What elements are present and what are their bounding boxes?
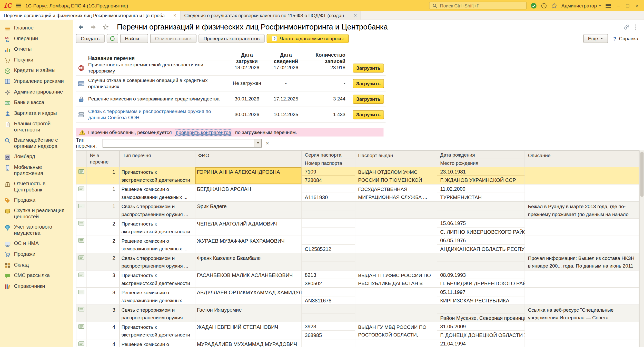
maximize-button[interactable]: □ xyxy=(625,3,630,8)
list-name[interactable]: Решение комиссии о замораживании средств… xyxy=(86,95,228,103)
record-card-icon xyxy=(78,255,84,260)
sidebar-item[interactable]: Продажа xyxy=(0,195,73,206)
cell-description xyxy=(525,185,639,201)
cell-fio: ЖУРАЕВ МУЗАФФАР КАХРАМОВИЧ xyxy=(195,236,302,253)
column-header-birth-place[interactable]: Место рождения xyxy=(437,159,525,167)
sidebar-item[interactable]: Кредиты и займы xyxy=(0,66,73,76)
tab-close-icon[interactable]: × xyxy=(173,12,176,18)
record-row[interactable]: 2Связь с терроризмом и распространением … xyxy=(76,253,639,270)
support-icon[interactable] xyxy=(531,2,537,9)
column-header-birth-date[interactable]: Дата рождения xyxy=(437,151,525,159)
sidebar-item[interactable]: Ломбард xyxy=(0,152,73,162)
history-icon[interactable] xyxy=(541,2,548,9)
record-row[interactable]: 1Связь с терроризмом и распространением … xyxy=(76,202,639,219)
record-row[interactable]: 1Решение комиссии о замораживании денежн… xyxy=(76,185,639,202)
column-header-series[interactable]: Серия паспорта xyxy=(302,151,355,159)
column-header-number[interactable]: Номер паспорта xyxy=(302,159,355,167)
vertical-scrollbar[interactable] xyxy=(639,150,644,347)
more-menu-icon[interactable] xyxy=(632,24,639,30)
favorites-star-icon[interactable] xyxy=(551,2,558,9)
sidebar-item[interactable]: Банк и касса xyxy=(0,98,73,108)
help-link[interactable]: ? Справка xyxy=(613,35,638,42)
sidebar-item[interactable]: АвКуОперации xyxy=(0,34,73,44)
find-button[interactable]: Найти... xyxy=(120,34,148,43)
chevron-down-icon xyxy=(599,5,601,6)
cell-passport-series xyxy=(302,339,355,347)
sidebar-item[interactable]: Отчетность в Центробанк xyxy=(0,179,73,195)
column-header-passport[interactable]: Серия паспорта Номер паспорта xyxy=(302,151,355,167)
load-button[interactable]: Загрузить xyxy=(353,95,384,104)
load-button[interactable]: Загрузить xyxy=(353,63,384,72)
sidebar-item[interactable]: Управление рисками xyxy=(0,76,73,87)
service-menu-icon[interactable] xyxy=(605,2,612,9)
tab[interactable]: Сведения о результатах проверки клиентов… xyxy=(181,11,361,20)
list-name[interactable]: Причастность к экстремистской деятельнос… xyxy=(86,61,228,75)
tab-close-icon[interactable]: × xyxy=(354,12,357,18)
cell-description xyxy=(525,339,639,347)
back-button[interactable] xyxy=(76,23,86,31)
sidebar-item[interactable]: Главное xyxy=(0,23,73,34)
sidebar-item[interactable]: Мобильные приложения xyxy=(0,162,73,179)
cell-birth-date: 11.02.2000 xyxy=(437,185,525,193)
sidebar-item[interactable]: Справочники xyxy=(0,281,73,292)
record-row[interactable]: 3Связь с терроризмом и распространением … xyxy=(76,305,639,322)
global-search-input[interactable]: Поиск Ctrl+Shift+F xyxy=(429,2,527,9)
records-table-header: № в перечне Тип перечня ФИО Серия паспор… xyxy=(76,151,639,167)
list-name[interactable]: Связь с терроризмом и распространением о… xyxy=(86,108,228,121)
check-counterparties-button[interactable]: Проверить контрагентов xyxy=(199,34,264,43)
scrollbar-thumb[interactable] xyxy=(640,152,644,197)
record-row[interactable]: 2Решение комиссии о замораживании денежн… xyxy=(76,236,639,253)
sidebar-item[interactable]: СМС рассылка xyxy=(0,271,73,281)
cell-passport-series: 8213 xyxy=(302,271,355,279)
column-header-birth[interactable]: Дата рождения Место рождения xyxy=(437,151,525,167)
dropdown-button[interactable] xyxy=(254,139,261,147)
sidebar-item[interactable]: Скупка и реализация ценностей xyxy=(0,206,73,222)
get-link-icon[interactable] xyxy=(623,24,630,30)
tab[interactable]: Перечни организаций и физических лиц Рос… xyxy=(0,11,181,20)
load-button[interactable]: Загрузить xyxy=(353,79,384,88)
warning-icon xyxy=(79,129,85,135)
update-notice: Перечни обновлены, рекомендуется провери… xyxy=(76,128,384,137)
faq-button[interactable]: ? Часто задаваемые вопросы xyxy=(266,34,348,43)
record-row[interactable]: 1Причастность к экстремистской деятельно… xyxy=(76,167,639,185)
favorite-button[interactable] xyxy=(101,23,110,31)
more-button[interactable]: Еще xyxy=(583,34,608,43)
sidebar-item[interactable]: Отчеты xyxy=(0,44,73,55)
record-row[interactable]: 4Решение комиссии о замораживании денежн… xyxy=(76,339,639,347)
sidebar-item[interactable]: Продажи xyxy=(0,249,73,260)
load-button[interactable]: Загрузить xyxy=(353,110,384,119)
column-header-issued[interactable]: Паспорт выдан xyxy=(355,151,437,167)
sidebar-item[interactable]: Склад xyxy=(0,260,73,271)
cancel-search-button[interactable]: Отменить поиск xyxy=(150,34,196,43)
column-header-description[interactable]: Описание xyxy=(525,151,639,167)
main-menu-icon[interactable] xyxy=(15,3,22,9)
sidebar-item[interactable]: Учет залогового имущества xyxy=(0,222,73,239)
user-menu[interactable]: Администратор xyxy=(561,3,601,8)
sidebar-item-label: Учет залогового имущества xyxy=(14,224,71,237)
forward-button[interactable] xyxy=(88,23,98,31)
record-row[interactable]: 4Причастность к экстремистской деятельно… xyxy=(76,322,639,339)
record-row[interactable]: 3Решение комиссии о замораживании денежн… xyxy=(76,288,639,305)
list-type-combobox[interactable] xyxy=(103,139,262,147)
sidebar-item[interactable]: Покупки xyxy=(0,55,73,66)
sidebar-item[interactable]: Бланки строгой отчетности xyxy=(0,119,73,135)
cell-list-type: Причастность к экстремистской деятельнос… xyxy=(120,322,195,339)
column-header-fio[interactable]: ФИО xyxy=(195,151,302,167)
close-button[interactable]: × xyxy=(634,3,640,8)
coins-icon xyxy=(5,208,11,214)
create-button[interactable]: Создать xyxy=(76,34,104,43)
cell-description xyxy=(525,167,639,184)
column-header-num[interactable]: № в перечне xyxy=(87,151,120,167)
refresh-button[interactable] xyxy=(106,34,118,43)
column-header-type[interactable]: Тип перечня xyxy=(120,151,195,167)
record-row[interactable]: 2Причастность к экстремистской деятельно… xyxy=(76,219,639,236)
list-name[interactable]: Случаи отказа в совершении операций в кр… xyxy=(86,76,228,90)
sidebar-item[interactable]: ОС и НМА xyxy=(0,239,73,249)
check-counterparties-link[interactable]: проверить контрагентов xyxy=(175,129,232,136)
sidebar-item[interactable]: Зарплата и кадры xyxy=(0,108,73,119)
record-row[interactable]: 3Причастность к экстремистской деятельно… xyxy=(76,271,639,288)
sidebar-item[interactable]: Взаимодействие с органами надзора xyxy=(0,135,73,152)
minimize-button[interactable]: – xyxy=(615,3,621,8)
clear-filter-button[interactable]: × xyxy=(264,140,271,146)
sidebar-item[interactable]: Администрирование xyxy=(0,87,73,98)
